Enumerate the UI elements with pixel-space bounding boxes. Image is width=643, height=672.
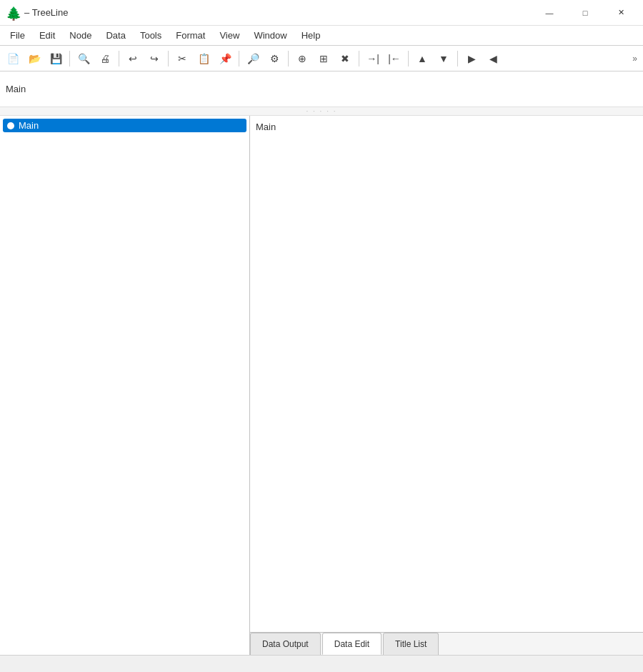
right-content-text: Main (256, 122, 276, 132)
menu-item-data[interactable]: Data (99, 27, 132, 44)
expand-btn[interactable]: ▶ (462, 49, 482, 69)
paste-btn[interactable]: 📌 (215, 49, 235, 69)
move-down-btn[interactable]: ▼ (434, 49, 454, 69)
title-bar-left: 🌲 – TreeLine (6, 6, 68, 20)
right-panel: Main Data OutputData EditTitle List (250, 116, 643, 655)
separator8 (457, 51, 458, 66)
menu-item-edit[interactable]: Edit (32, 27, 62, 44)
status-bar (0, 655, 643, 672)
separator5 (288, 51, 289, 66)
zoom-in-btn[interactable]: 🔍 (74, 49, 94, 69)
delete-node-btn[interactable]: ✖ (335, 49, 355, 69)
new-file-btn[interactable]: 📄 (3, 49, 23, 69)
collapse-btn[interactable]: ◀ (483, 49, 503, 69)
maximize-button[interactable]: □ (569, 1, 602, 24)
title-bar: 🌲 – TreeLine — □ ✕ (0, 0, 643, 26)
right-content: Main (250, 116, 643, 632)
redo-btn[interactable]: ↪ (144, 49, 164, 69)
main-content: Main Main Data OutputData EditTitle List (0, 116, 643, 655)
menu-bar: FileEditNodeDataToolsFormatViewWindowHel… (0, 26, 643, 46)
separator6 (359, 51, 359, 66)
menu-item-window[interactable]: Window (246, 27, 294, 44)
cut-btn[interactable]: ✂ (172, 49, 192, 69)
separator3 (168, 51, 169, 66)
menu-item-tools[interactable]: Tools (133, 27, 169, 44)
close-button[interactable]: ✕ (604, 1, 637, 24)
indent-btn[interactable]: →| (363, 49, 383, 69)
toolbar-overflow-btn[interactable]: » (629, 54, 640, 64)
minimize-button[interactable]: — (533, 1, 566, 24)
move-up-btn[interactable]: ▲ (412, 49, 432, 69)
separator2 (119, 51, 119, 66)
find-btn[interactable]: 🔎 (243, 49, 263, 69)
tab-data-edit[interactable]: Data Edit (322, 633, 382, 655)
menu-item-file[interactable]: File (3, 27, 32, 44)
app-icon: 🌲 (6, 6, 20, 20)
tab-data-output[interactable]: Data Output (250, 633, 321, 655)
tree-node-dot-main (7, 122, 14, 129)
settings-btn[interactable]: ⚙ (264, 49, 284, 69)
unindent-btn[interactable]: |← (384, 49, 404, 69)
window-title: – TreeLine (24, 7, 68, 18)
undo-btn[interactable]: ↩ (123, 49, 143, 69)
breadcrumb-text: Main (6, 84, 26, 94)
separator4 (239, 51, 239, 66)
open-btn[interactable]: 📂 (24, 49, 44, 69)
tab-title-list[interactable]: Title List (383, 633, 439, 655)
menu-item-node[interactable]: Node (62, 27, 99, 44)
tree-node-main[interactable]: Main (3, 119, 246, 132)
toolbar: 📄📂💾🔍🖨↩↪✂📋📌🔎⚙⊕⊞✖→||←▲▼▶◀» (0, 46, 643, 71)
separator1 (69, 51, 70, 66)
save-btn[interactable]: 💾 (46, 49, 66, 69)
menu-item-help[interactable]: Help (294, 27, 328, 44)
splitter-hint: · · · · · (0, 107, 643, 116)
breadcrumb-bar: Main (0, 71, 643, 107)
bottom-tabs: Data OutputData EditTitle List (250, 632, 643, 655)
copy-btn[interactable]: 📋 (194, 49, 214, 69)
tree-panel: Main (0, 116, 250, 655)
window-controls: — □ ✕ (533, 1, 637, 24)
add-sibling-btn[interactable]: ⊞ (314, 49, 334, 69)
print-btn[interactable]: 🖨 (95, 49, 115, 69)
tree-node-label-main: Main (19, 120, 39, 131)
menu-item-format[interactable]: Format (169, 27, 212, 44)
menu-item-view[interactable]: View (212, 27, 246, 44)
add-child-btn[interactable]: ⊕ (292, 49, 312, 69)
separator7 (408, 51, 409, 66)
